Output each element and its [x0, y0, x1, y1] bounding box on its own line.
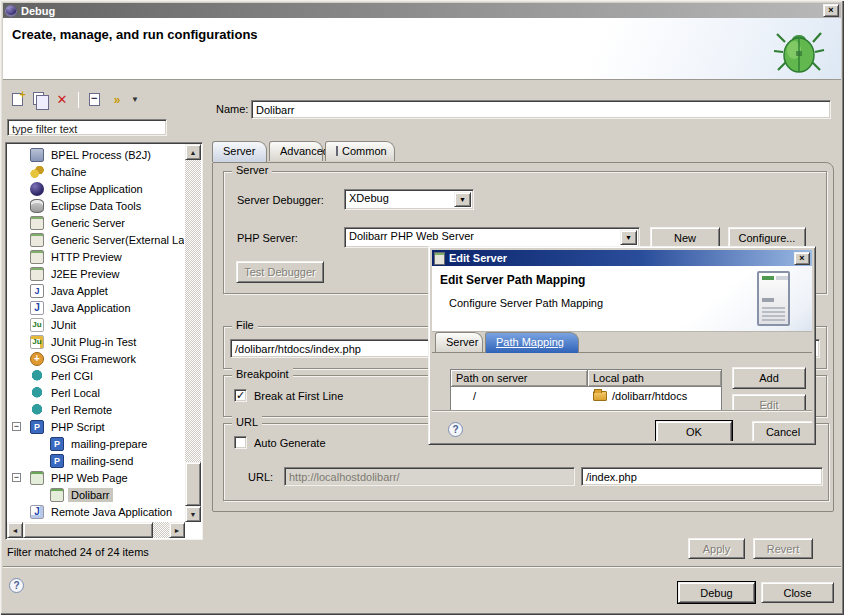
tree-item-label: J2EE Preview: [48, 267, 122, 281]
path-mapping-table[interactable]: Path on server Local path / /dolibarr/ht…: [450, 369, 722, 415]
test-debugger-button[interactable]: Test Debugger: [236, 261, 324, 283]
scroll-right-icon[interactable]: ►: [169, 522, 185, 538]
tree-item-dolibarr[interactable]: Dolibarr: [8, 486, 184, 503]
chevron-down-icon[interactable]: ▼: [454, 192, 471, 207]
configure-button[interactable]: Configure...: [728, 227, 806, 248]
tab-server[interactable]: Server: [212, 141, 267, 162]
tree-item-mailing-send[interactable]: Pmailing-send: [8, 452, 184, 469]
tree-item-php-web-page[interactable]: −PHP Web Page: [8, 469, 184, 486]
window-title: Debug: [21, 5, 823, 17]
close-icon[interactable]: ×: [794, 252, 810, 265]
tree-item-label: Eclipse Application: [48, 182, 146, 196]
tree-item-http-preview[interactable]: HTTP Preview: [8, 248, 184, 265]
tree-item-label: JUnit: [48, 318, 79, 332]
title-bar[interactable]: Debug ×: [3, 3, 841, 18]
tab-server-settings[interactable]: Server: [435, 332, 483, 352]
collapse-toggle-icon[interactable]: −: [12, 473, 21, 482]
chevron-down-icon[interactable]: ▼: [620, 230, 637, 245]
osgi-framework-icon: +: [30, 352, 44, 366]
cancel-button[interactable]: Cancel: [752, 421, 812, 441]
add-button[interactable]: Add: [732, 367, 806, 389]
name-input[interactable]: Dolibarr: [251, 100, 831, 119]
tree-item-generic-server-external-la[interactable]: Generic Server(External La: [8, 231, 184, 248]
tree-item-cha-ne[interactable]: Chaîne: [8, 163, 184, 180]
tree-item-bpel-process-b2j[interactable]: BPEL Process (B2J): [8, 146, 184, 163]
column-local-path[interactable]: Local path: [588, 370, 721, 387]
debug-window: Debug × Create, manage, and run configur…: [0, 0, 844, 615]
php-file-icon: P: [50, 454, 64, 468]
configurations-tree: BPEL Process (B2J)ChaîneEclipse Applicat…: [5, 142, 203, 540]
php-file-icon: P: [50, 437, 64, 451]
tree-item-eclipse-application[interactable]: Eclipse Application: [8, 180, 184, 197]
dialog-title-bar[interactable]: Edit Server ×: [432, 250, 812, 266]
tree-item-java-applet[interactable]: JJava Applet: [8, 282, 184, 299]
new-server-button[interactable]: New: [650, 227, 720, 248]
url-label: URL:: [248, 471, 273, 483]
eclipse-application-icon: [30, 182, 44, 196]
collapse-toggle-icon[interactable]: −: [12, 422, 21, 431]
file-group-title: File: [232, 319, 258, 331]
tab-advanced[interactable]: Advanced: [269, 141, 323, 161]
server-debugger-label: Server Debugger:: [237, 194, 324, 206]
tree-item-osgi-framework[interactable]: +OSGi Framework: [8, 350, 184, 367]
revert-button[interactable]: Revert: [753, 538, 813, 559]
horizontal-scroll-thumb[interactable]: [23, 522, 153, 538]
name-label: Name:: [216, 103, 248, 115]
tree-item-remote-java-application[interactable]: JRemote Java Application: [8, 503, 184, 520]
scroll-up-icon[interactable]: ▲: [185, 144, 201, 160]
configurations-sidebar: ✕ » ▼ type filter text BPEL Process (B2J…: [5, 86, 205, 563]
apply-button[interactable]: Apply: [688, 538, 745, 559]
footer-divider: [3, 566, 841, 568]
server-debugger-select[interactable]: XDebug ▼: [344, 189, 474, 210]
column-path-on-server[interactable]: Path on server: [451, 370, 588, 387]
dialog-header-band: Edit Server Path Mapping Configure Serve…: [432, 266, 812, 332]
scroll-left-icon[interactable]: ◄: [7, 522, 23, 538]
duplicate-icon[interactable]: [32, 92, 48, 108]
close-icon[interactable]: ×: [823, 4, 839, 17]
tree-item-perl-remote[interactable]: Perl Remote: [8, 401, 184, 418]
php-server-select[interactable]: Dolibarr PHP Web Server ▼: [344, 227, 640, 248]
config-tabs: Server Advanced Common: [210, 141, 832, 162]
tree-item-eclipse-data-tools[interactable]: Eclipse Data Tools: [8, 197, 184, 214]
scroll-down-icon[interactable]: ▼: [185, 506, 201, 522]
tree-item-php-script[interactable]: −PPHP Script: [8, 418, 184, 435]
eclipse-logo-icon: [5, 5, 17, 17]
delete-icon[interactable]: ✕: [54, 92, 70, 108]
ok-button[interactable]: OK: [656, 421, 732, 441]
break-first-line-checkbox[interactable]: [234, 389, 247, 402]
filter-input[interactable]: type filter text: [7, 119, 167, 136]
debug-button[interactable]: Debug: [678, 582, 755, 603]
database-icon: [30, 199, 44, 213]
tree-item-j2ee-preview[interactable]: J2EE Preview: [8, 265, 184, 282]
tree-item-perl-local[interactable]: Perl Local: [8, 384, 184, 401]
tree-item-label: mailing-prepare: [68, 437, 150, 451]
tree-item-generic-server[interactable]: Generic Server: [8, 214, 184, 231]
tree-item-perl-cgi[interactable]: Perl CGI: [8, 367, 184, 384]
collapse-all-icon[interactable]: [87, 92, 103, 108]
vertical-scroll-thumb[interactable]: [185, 462, 201, 506]
help-icon[interactable]: ?: [9, 578, 24, 593]
help-icon[interactable]: ?: [448, 422, 463, 437]
tree-item-label: OSGi Framework: [48, 352, 139, 366]
break-first-line-label: Break at First Line: [254, 390, 343, 402]
filter-icon[interactable]: »: [109, 92, 125, 108]
tree-horizontal-scrollbar[interactable]: ◄ ►: [7, 522, 185, 538]
tree-item-java-application[interactable]: JJava Application: [8, 299, 184, 316]
tab-path-mapping[interactable]: Path Mapping: [485, 332, 579, 353]
auto-generate-checkbox[interactable]: [234, 436, 247, 449]
server-icon: [30, 233, 44, 247]
server-tower-icon: [757, 271, 790, 326]
table-row[interactable]: / /dolibarr/htdocs: [451, 387, 721, 404]
tab-common[interactable]: Common: [325, 141, 395, 161]
tree-item-mailing-prepare[interactable]: Pmailing-prepare: [8, 435, 184, 452]
tree-item-junit[interactable]: JuJUnit: [8, 316, 184, 333]
tree-item-junit-plug-in-test[interactable]: JuJUnit Plug-in Test: [8, 333, 184, 350]
server-icon: [434, 252, 445, 265]
tree-vertical-scrollbar[interactable]: ▲ ▼: [185, 144, 201, 522]
close-button[interactable]: Close: [761, 582, 834, 603]
tree-item-label: PHP Web Page: [48, 471, 131, 485]
junit-icon: Ju: [30, 318, 44, 332]
new-config-icon[interactable]: [10, 92, 26, 108]
url-path-input[interactable]: /index.php: [581, 467, 823, 486]
dropdown-arrow-icon[interactable]: ▼: [131, 92, 141, 108]
